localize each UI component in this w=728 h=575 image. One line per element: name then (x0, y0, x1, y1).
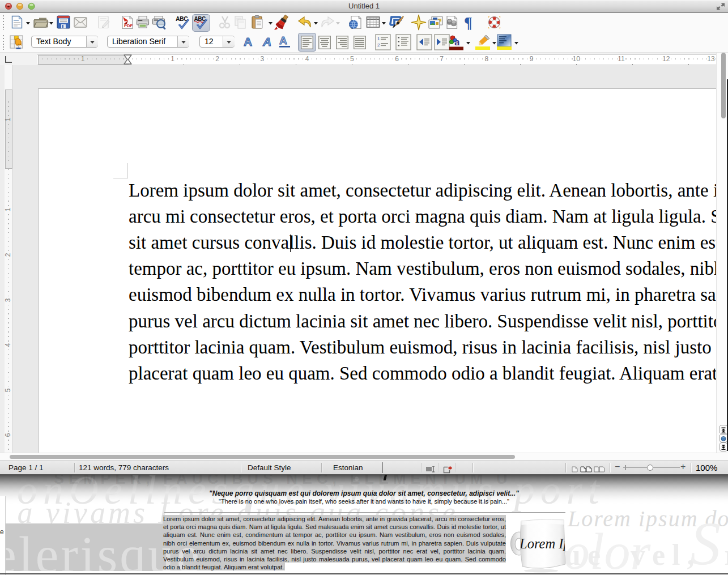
svg-text:Lorem Ip: Lorem Ip (519, 536, 569, 551)
svg-text:A: A (244, 36, 252, 48)
svg-text:A: A (262, 36, 271, 48)
svg-text:ABC: ABC (194, 16, 206, 22)
svg-text:1: 1 (377, 36, 380, 41)
svg-text:PDF: PDF (124, 23, 133, 28)
svg-text:A: A (279, 35, 287, 46)
svg-text:2: 2 (377, 42, 380, 48)
